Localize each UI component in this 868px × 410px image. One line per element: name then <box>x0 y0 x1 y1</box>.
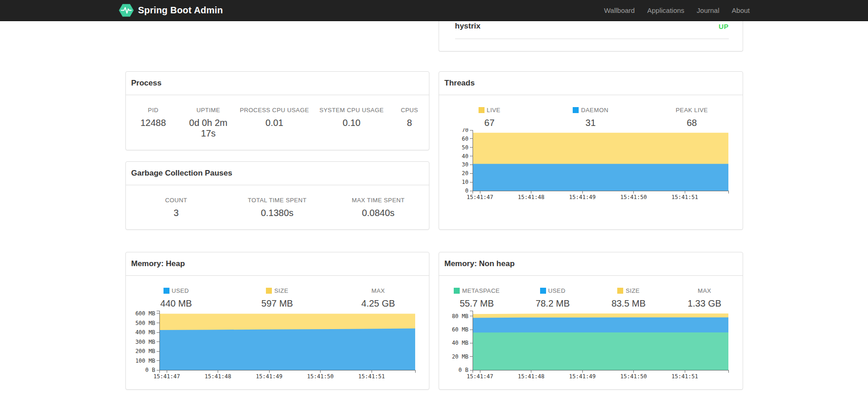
process-panel-title: Process <box>126 72 429 95</box>
stat-value: 83.5 MB <box>591 298 666 309</box>
svg-text:15:41:50: 15:41:50 <box>620 194 647 200</box>
memory-heap-stats: USED 440 MB SIZE 597 MB MAX 4.25 GB <box>126 276 429 309</box>
nav-menu: Wallboard Applications Journal About <box>604 6 750 14</box>
svg-text:20 MB: 20 MB <box>451 353 468 360</box>
legend-swatch-metaspace <box>454 288 460 294</box>
stat-label: PEAK LIVE <box>641 107 742 114</box>
stat-label: PROCESS CPU USAGE <box>236 107 313 114</box>
stat-label: COUNT <box>126 197 227 204</box>
stat-nonheap-metaspace: METASPACE 55.7 MB <box>439 287 515 309</box>
stat-label-text: DAEMON <box>581 107 608 114</box>
stat-value: 31 <box>540 118 641 128</box>
stat-process-cpu-usage: PROCESS CPU USAGE 0.01 <box>236 107 313 139</box>
application-status-panel: hystrix UP <box>439 21 743 51</box>
svg-text:60 MB: 60 MB <box>451 326 468 333</box>
stat-label: UPTIME <box>181 107 236 114</box>
stat-value: 440 MB <box>126 298 227 309</box>
memory-nonheap-panel-title: Memory: Non heap <box>439 252 743 276</box>
stat-nonheap-max: MAX 1.33 GB <box>666 287 742 309</box>
nav-item-applications[interactable]: Applications <box>647 6 684 14</box>
stat-heap-size: SIZE 597 MB <box>227 287 328 309</box>
memory-heap-panel: Memory: Heap USED 440 MB SIZE 597 MB MAX <box>125 252 429 390</box>
svg-text:70: 70 <box>462 128 468 133</box>
stat-threads-daemon: DAEMON 31 <box>540 107 641 128</box>
svg-text:200 MB: 200 MB <box>135 348 155 354</box>
stat-label: MAX <box>666 287 742 294</box>
stat-label: LIVE <box>439 107 540 114</box>
svg-text:15:41:49: 15:41:49 <box>569 194 596 200</box>
svg-text:600 MB: 600 MB <box>135 310 155 317</box>
memory-heap-panel-title: Memory: Heap <box>126 252 429 276</box>
threads-stats: LIVE 67 DAEMON 31 PEAK LIVE 68 <box>439 95 743 128</box>
svg-text:15:41:48: 15:41:48 <box>518 373 544 380</box>
process-stats: PID 12488 UPTIME 0d 0h 2m 17s PROCESS CP… <box>126 95 429 150</box>
svg-text:100 MB: 100 MB <box>135 358 155 364</box>
svg-text:40 MB: 40 MB <box>451 340 468 346</box>
stat-value: 8 <box>390 118 429 128</box>
navbar-brand[interactable]: Spring Boot Admin <box>118 3 223 17</box>
svg-text:0: 0 <box>465 188 468 194</box>
nav-item-journal[interactable]: Journal <box>697 6 719 14</box>
stat-value: 67 <box>439 118 540 128</box>
svg-text:15:41:49: 15:41:49 <box>256 373 282 380</box>
svg-text:300 MB: 300 MB <box>135 339 155 345</box>
stat-heap-used: USED 440 MB <box>126 287 227 309</box>
svg-text:15:41:47: 15:41:47 <box>467 194 493 200</box>
stat-label: USED <box>515 287 591 294</box>
legend-swatch-daemon <box>573 107 579 113</box>
stat-gc-max-time: MAX TIME SPENT 0.0840s <box>328 197 429 218</box>
legend-swatch-live <box>479 107 485 113</box>
stat-heap-max: MAX 4.25 GB <box>328 287 429 309</box>
stat-value: 0.0840s <box>328 208 429 218</box>
stat-label: MAX <box>328 287 429 294</box>
stat-label: CPUS <box>390 107 429 114</box>
brand-title: Spring Boot Admin <box>138 5 223 16</box>
memory-nonheap-panel: Memory: Non heap METASPACE 55.7 MB USED … <box>439 252 743 390</box>
stat-label-text: METASPACE <box>462 287 500 294</box>
stat-label: SIZE <box>591 287 666 294</box>
stat-value: 78.2 MB <box>515 298 591 309</box>
svg-text:15:41:47: 15:41:47 <box>153 373 180 380</box>
threads-chart: 01020304050607015:41:4715:41:4815:41:491… <box>439 128 743 210</box>
stat-label-text: SIZE <box>626 287 640 294</box>
svg-text:15:41:47: 15:41:47 <box>467 373 493 380</box>
svg-text:15:41:48: 15:41:48 <box>518 194 544 200</box>
svg-text:40: 40 <box>462 153 468 159</box>
memory-nonheap-chart: 0 B20 MB40 MB60 MB80 MB15:41:4715:41:481… <box>439 309 743 389</box>
svg-text:80 MB: 80 MB <box>451 313 468 319</box>
svg-text:400 MB: 400 MB <box>135 329 155 336</box>
legend-swatch-size <box>266 288 272 294</box>
svg-text:20: 20 <box>462 170 468 177</box>
stat-label: SYSTEM CPU USAGE <box>313 107 390 114</box>
stat-label-text: SIZE <box>274 287 288 294</box>
legend-swatch-used <box>163 288 169 294</box>
stat-label: METASPACE <box>439 287 515 294</box>
svg-text:15:41:51: 15:41:51 <box>671 373 698 380</box>
application-name-link[interactable]: hystrix <box>455 22 481 31</box>
threads-panel: Threads LIVE 67 DAEMON 31 PEAK LIVE 68 <box>439 71 743 230</box>
svg-text:60: 60 <box>462 136 468 142</box>
spring-boot-admin-logo-icon <box>118 3 134 17</box>
gc-panel: Garbage Collection Pauses COUNT 3 TOTAL … <box>125 161 429 230</box>
svg-text:15:41:49: 15:41:49 <box>569 373 596 380</box>
stat-label: SIZE <box>227 287 328 294</box>
navbar-container: Spring Boot Admin Wallboard Applications… <box>118 0 750 21</box>
gc-stats: COUNT 3 TOTAL TIME SPENT 0.1380s MAX TIM… <box>126 185 429 229</box>
svg-text:15:41:51: 15:41:51 <box>671 194 698 200</box>
stat-label: DAEMON <box>540 107 641 114</box>
nav-item-wallboard[interactable]: Wallboard <box>604 6 635 14</box>
stat-value: 12488 <box>126 118 181 128</box>
stat-value: 4.25 GB <box>328 298 429 309</box>
svg-text:500 MB: 500 MB <box>135 320 155 326</box>
stat-nonheap-size: SIZE 83.5 MB <box>591 287 666 309</box>
svg-text:10: 10 <box>462 179 468 185</box>
stat-label: MAX TIME SPENT <box>328 197 429 204</box>
status-badge: UP <box>719 22 729 30</box>
stat-label: PID <box>126 107 181 114</box>
svg-text:15:41:51: 15:41:51 <box>358 373 385 380</box>
stat-label-text: USED <box>548 287 566 294</box>
stat-gc-total-time: TOTAL TIME SPENT 0.1380s <box>227 197 328 218</box>
stat-value: 55.7 MB <box>439 298 515 309</box>
svg-text:15:41:50: 15:41:50 <box>620 373 647 380</box>
nav-item-about[interactable]: About <box>732 6 750 14</box>
